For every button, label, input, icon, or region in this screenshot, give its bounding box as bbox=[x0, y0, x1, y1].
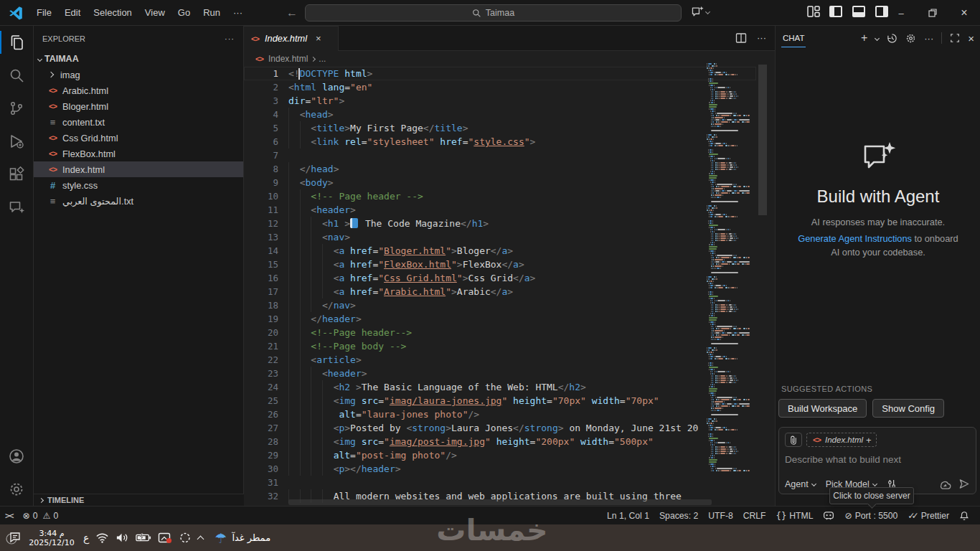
notifications-bell[interactable] bbox=[954, 507, 974, 525]
wifi-icon[interactable] bbox=[95, 524, 109, 551]
problems-indicator[interactable]: ⊗0 ⚠0 bbox=[17, 507, 63, 525]
cursor-position[interactable]: Ln 1, Col 1 bbox=[602, 507, 654, 525]
code-line-7[interactable]: 7 bbox=[244, 149, 758, 162]
new-chat-icon[interactable]: + bbox=[861, 32, 867, 44]
vertical-scrollbar[interactable] bbox=[758, 63, 768, 506]
code-line-17[interactable]: 17 <a href="Arabic.html">Arabic</a> bbox=[244, 285, 758, 298]
source-control-activity-icon[interactable] bbox=[0, 92, 34, 125]
code-area[interactable]: 1<!DOCTYPE html>2<html lang="en"3dir="lt… bbox=[244, 67, 758, 526]
split-editor-icon[interactable] bbox=[735, 32, 747, 44]
code-line-16[interactable]: 16 <a href="Css Grid.html">Css Grid</a> bbox=[244, 271, 758, 285]
code-line-19[interactable]: 19 </header> bbox=[244, 312, 758, 326]
chat-settings-gear-icon[interactable] bbox=[905, 33, 916, 44]
timeline-section[interactable]: TIMELINE bbox=[34, 494, 244, 506]
file-item-imag[interactable]: imag bbox=[34, 67, 243, 83]
code-line-18[interactable]: 18 </nav> bbox=[244, 298, 758, 312]
code-line-6[interactable]: 6 <link rel="stylesheet" href="style.css… bbox=[244, 135, 758, 149]
encoding[interactable]: UTF-8 bbox=[703, 507, 738, 525]
chat-activity-icon[interactable] bbox=[0, 191, 34, 224]
show-hidden-icons-chevron[interactable] bbox=[197, 536, 204, 543]
code-line-31[interactable]: 31 bbox=[244, 476, 758, 489]
command-center-search[interactable]: Taimaa bbox=[305, 4, 682, 22]
minimize-button[interactable]: – bbox=[885, 0, 917, 26]
volume-icon[interactable] bbox=[116, 524, 129, 551]
code-line-26[interactable]: 26 alt="laura-jones photo"/> bbox=[244, 408, 758, 421]
breadcrumb[interactable]: <> Index.html ... bbox=[244, 51, 775, 67]
file-item-arabic-html[interactable]: <>Arabic.html bbox=[34, 83, 243, 98]
indentation[interactable]: Spaces: 2 bbox=[654, 507, 703, 525]
taskbar-clock[interactable]: 3:44 م 2025/12/10 bbox=[27, 529, 77, 547]
close-window-button[interactable]: × bbox=[948, 0, 980, 26]
close-panel-icon[interactable]: × bbox=[968, 32, 974, 44]
search-activity-icon[interactable] bbox=[0, 59, 34, 92]
action-center-icon[interactable] bbox=[6, 532, 20, 545]
close-tab-icon[interactable]: × bbox=[316, 33, 321, 44]
explorer-activity-icon[interactable] bbox=[0, 26, 34, 59]
agent-mode-dropdown[interactable]: Agent bbox=[785, 479, 816, 489]
file-item-bloger-html[interactable]: <>Bloger.html bbox=[34, 98, 243, 114]
chat-input-box[interactable]: <> Index.html + Describe what to build n… bbox=[778, 427, 976, 494]
build-workspace-button[interactable]: Build Workspace bbox=[778, 399, 867, 418]
screen-capture-icon[interactable] bbox=[158, 524, 172, 551]
toggle-primary-sidebar-icon[interactable] bbox=[828, 4, 844, 19]
code-line-15[interactable]: 15 <a href="FlexBox.html">FlexBox</a> bbox=[244, 258, 758, 271]
code-line-23[interactable]: 23 <header> bbox=[244, 367, 758, 380]
show-config-button[interactable]: Show Config bbox=[872, 399, 944, 418]
settings-icon[interactable] bbox=[0, 473, 34, 506]
chat-tab[interactable]: CHAT bbox=[781, 34, 806, 47]
code-line-25[interactable]: 25 <img src="imag/laura-jones.jpg" heigh… bbox=[244, 394, 758, 408]
copilot-menu-button[interactable] bbox=[690, 5, 710, 18]
code-line-28[interactable]: 28 <img src="imag/post-img.jpg" height="… bbox=[244, 435, 758, 448]
voice-input-icon[interactable] bbox=[939, 479, 951, 489]
toggle-panel-icon[interactable] bbox=[851, 4, 867, 19]
add-context-icon[interactable]: + bbox=[866, 435, 872, 446]
menu-view[interactable]: View bbox=[138, 4, 171, 22]
chat-history-icon[interactable] bbox=[887, 33, 897, 44]
customize-layout-icon[interactable] bbox=[806, 4, 821, 19]
horizontal-scrollbar[interactable] bbox=[288, 499, 712, 505]
extensions-activity-icon[interactable] bbox=[0, 158, 34, 191]
code-line-5[interactable]: 5 <title>My First Page</title> bbox=[244, 121, 758, 135]
editor-more-actions-icon[interactable]: ··· bbox=[757, 32, 766, 44]
generate-agent-instructions-link[interactable]: Generate Agent Instructions bbox=[798, 233, 912, 244]
weather-widget[interactable]: ☂ ممطر غدآ bbox=[215, 530, 270, 546]
code-line-14[interactable]: 14 <a href="Bloger.html">Bloger</a> bbox=[244, 244, 758, 258]
remote-indicator[interactable]: >< bbox=[0, 507, 17, 525]
touch-keyboard-icon[interactable] bbox=[179, 524, 192, 551]
menu-selection[interactable]: Selection bbox=[87, 4, 138, 22]
prettier-status[interactable]: ✓✓ Prettier bbox=[903, 507, 954, 525]
language-mode[interactable]: {} HTML bbox=[771, 507, 819, 525]
code-line-30[interactable]: 30 <p></header> bbox=[244, 462, 758, 476]
code-line-20[interactable]: 20 <!--Page header--> bbox=[244, 326, 758, 339]
file-item-style-css[interactable]: #style.css bbox=[34, 177, 243, 193]
code-line-29[interactable]: 29 alt="post-img photo"/> bbox=[244, 448, 758, 462]
tab-index-html[interactable]: <> Index.html × bbox=[244, 26, 339, 51]
code-line-2[interactable]: 2<html lang="en" bbox=[244, 80, 758, 94]
explorer-more-actions-icon[interactable]: ··· bbox=[225, 34, 235, 43]
minimap[interactable] bbox=[707, 63, 757, 494]
menu-run[interactable]: Run bbox=[197, 4, 227, 22]
file-item-content-txt[interactable]: ≡content.txt bbox=[34, 114, 243, 130]
input-language-indicator[interactable]: ع bbox=[83, 524, 89, 551]
code-line-4[interactable]: 4 <head> bbox=[244, 108, 758, 121]
code-line-8[interactable]: 8 </head> bbox=[244, 162, 758, 176]
file-item-css-grid-html[interactable]: <>Css Grid.html bbox=[34, 130, 243, 146]
menu-edit[interactable]: Edit bbox=[58, 4, 87, 22]
back-arrow-icon[interactable]: ← bbox=[286, 6, 298, 19]
menu-go[interactable]: Go bbox=[171, 4, 197, 22]
file-item----------------txt[interactable]: ≡المحتوى العربي.txt bbox=[34, 193, 243, 209]
restore-button[interactable] bbox=[917, 0, 948, 26]
code-line-1[interactable]: 1<!DOCTYPE html> bbox=[244, 67, 758, 80]
code-line-24[interactable]: 24 <h2 >The Basic Language of the Web: H… bbox=[244, 380, 758, 394]
maximize-panel-icon[interactable] bbox=[950, 33, 960, 43]
file-item-index-html[interactable]: <>Index.html bbox=[34, 161, 243, 177]
context-chip-index-html[interactable]: <> Index.html + bbox=[806, 433, 877, 447]
send-icon[interactable] bbox=[958, 479, 970, 489]
menu-[interactable]: ··· bbox=[227, 4, 249, 22]
battery-icon[interactable] bbox=[136, 524, 151, 551]
run-and-debug-activity-icon[interactable] bbox=[0, 125, 34, 158]
code-line-11[interactable]: 11 <header> bbox=[244, 203, 758, 217]
workspace-root-folder[interactable]: TAIMAA bbox=[34, 51, 243, 67]
copilot-status[interactable] bbox=[818, 507, 839, 525]
menu-file[interactable]: File bbox=[30, 4, 58, 22]
